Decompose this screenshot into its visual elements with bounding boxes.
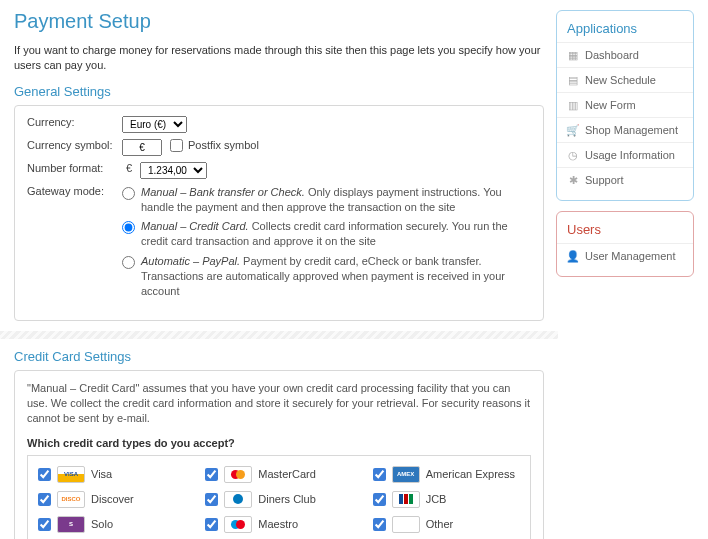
sidebar-item-label: New Form [585,99,636,111]
cc-check-visa[interactable] [38,468,51,481]
currency-select[interactable]: Euro (€) [122,116,187,133]
users-title: Users [557,220,693,243]
sidebar-item-icon: 🛒 [567,124,579,136]
cc-check-american express[interactable] [373,468,386,481]
gateway-opt-text: Automatic – PayPal. Payment by credit ca… [141,254,531,299]
cc-check-solo[interactable] [38,518,51,531]
cc-settings-panel: "Manual – Credit Card" assumes that you … [14,370,544,539]
sidebar-item-icon: ✱ [567,174,579,186]
cc-check-discover[interactable] [38,493,51,506]
cc-icon-visa: VISA [57,466,85,483]
cc-label: Solo [91,518,113,530]
sidebar-item-new-schedule[interactable]: ▤New Schedule [557,67,693,92]
cc-label: Diners Club [258,493,315,505]
sidebar-item-label: New Schedule [585,74,656,86]
sidebar-item-label: Support [585,174,624,186]
cc-label: MasterCard [258,468,315,480]
cc-label: Maestro [258,518,298,530]
sidebar-item-dashboard[interactable]: ▦Dashboard [557,42,693,67]
postfix-checkbox[interactable] [170,139,183,152]
cc-check-maestro[interactable] [205,518,218,531]
gateway-radio-2[interactable] [122,256,135,269]
gateway-opt-text: Manual – Credit Card. Collects credit ca… [141,219,531,249]
sidebar-item-icon: ▥ [567,99,579,111]
sidebar-item-label: Dashboard [585,49,639,61]
currency-label: Currency: [27,116,122,128]
applications-panel: Applications ▦Dashboard▤New Schedule▥New… [556,10,694,201]
cc-icon-discover: DISCO [57,491,85,508]
cc-label: Other [426,518,454,530]
cc-icon-maestro [224,516,252,533]
cc-desc: "Manual – Credit Card" assumes that you … [27,381,531,427]
general-settings-panel: Currency: Euro (€) Currency symbol: Post… [14,105,544,321]
cc-icon-mastercard [224,466,252,483]
sidebar-item-icon: ▦ [567,49,579,61]
sidebar-item-icon: ▤ [567,74,579,86]
page-intro: If you want to charge money for reservat… [14,43,544,74]
sidebar-item-shop-management[interactable]: 🛒Shop Management [557,117,693,142]
symbol-input[interactable] [122,139,162,156]
sidebar-item-user-management[interactable]: 👤User Management [557,243,693,268]
symbol-label: Currency symbol: [27,139,122,151]
cc-check-other[interactable] [373,518,386,531]
cc-icon-diners club [224,491,252,508]
numfmt-select[interactable]: 1.234,00 [140,162,207,179]
gateway-label: Gateway mode: [27,185,122,197]
cc-icon-other [392,516,420,533]
cc-icon-jcb [392,491,420,508]
sidebar-item-support[interactable]: ✱Support [557,167,693,192]
cc-question: Which credit card types do you accept? [27,437,531,449]
users-panel: Users 👤User Management [556,211,694,277]
sidebar-item-label: Usage Information [585,149,675,161]
sidebar-item-label: Shop Management [585,124,678,136]
section-divider [0,331,558,339]
cc-check-jcb[interactable] [373,493,386,506]
numfmt-prefix: € [122,162,136,174]
gateway-opt-text: Manual – Bank transfer or Check. Only di… [141,185,531,215]
cc-icon-solo: S [57,516,85,533]
gateway-radio-0[interactable] [122,187,135,200]
gateway-radio-1[interactable] [122,221,135,234]
numfmt-label: Number format: [27,162,122,174]
postfix-label: Postfix symbol [188,139,259,151]
cc-label: Visa [91,468,112,480]
cc-label: American Express [426,468,515,480]
cc-label: JCB [426,493,447,505]
sidebar-item-icon: 👤 [567,250,579,262]
sidebar-item-label: User Management [585,250,676,262]
cc-check-mastercard[interactable] [205,468,218,481]
page-title: Payment Setup [14,10,544,33]
sidebar-item-new-form[interactable]: ▥New Form [557,92,693,117]
applications-title: Applications [557,19,693,42]
sidebar-item-icon: ◷ [567,149,579,161]
cc-label: Discover [91,493,134,505]
general-heading: General Settings [14,84,544,99]
sidebar-item-usage-information[interactable]: ◷Usage Information [557,142,693,167]
cc-heading: Credit Card Settings [14,349,544,364]
cc-icon-american express: AMEX [392,466,420,483]
cc-check-diners club[interactable] [205,493,218,506]
cc-box: VISAVisaMasterCardAMEXAmerican ExpressDI… [27,455,531,539]
